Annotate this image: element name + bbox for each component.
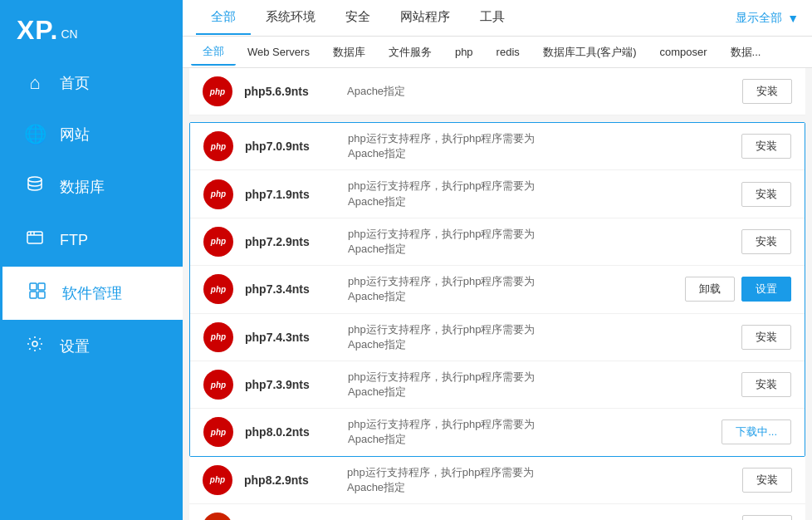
php-badge: php (203, 274, 233, 304)
sidebar-item-home[interactable]: ⌂ 首页 (0, 57, 183, 109)
install-button[interactable]: 安装 (742, 79, 792, 104)
subtab-all[interactable]: 全部 (191, 39, 236, 66)
show-all-label: 显示全部 (736, 11, 782, 26)
tab-all[interactable]: 全部 (196, 1, 251, 35)
install-button[interactable]: 安装 (741, 182, 791, 207)
package-name: php7.1.9nts (245, 188, 336, 201)
install-button[interactable]: 安装 (741, 229, 791, 254)
database-icon (23, 175, 46, 199)
package-name: php7.3.4nts (245, 282, 336, 296)
package-actions: 安装 (741, 325, 791, 350)
subtab-database[interactable]: 数据库 (321, 40, 377, 65)
list-item: Rit ali-3.0.584 数据库优先工具 安装 (189, 504, 805, 520)
sidebar-item-settings-label: 设置 (60, 336, 90, 356)
subtab-more[interactable]: 数据... (719, 40, 773, 65)
subtab-webservers[interactable]: Web Servers (236, 41, 321, 63)
subtab-db-tools[interactable]: 数据库工具(客户端) (531, 40, 648, 65)
list-item: php php7.0.9nts php运行支持程序，执行php程序需要为 Apa… (190, 123, 805, 170)
package-desc: php运行支持程序，执行php程序需要为 Apache指定 (347, 465, 731, 495)
install-button[interactable]: 安装 (741, 134, 791, 159)
sidebar-item-home-label: 首页 (60, 73, 90, 93)
subtab-php[interactable]: php (443, 41, 485, 63)
php-badge: php (203, 227, 233, 257)
package-name: php7.3.9nts (245, 378, 336, 391)
list-item: php php7.1.9nts php运行支持程序，执行php程序需要为 Apa… (190, 170, 805, 218)
subtab-redis[interactable]: redis (485, 41, 531, 63)
package-desc: php运行支持程序，执行php程序需要为 Apache指定 (348, 131, 730, 161)
svg-point-9 (32, 341, 37, 346)
install-button[interactable]: 安装 (742, 515, 792, 520)
install-button[interactable]: 安装 (741, 372, 791, 397)
download-button[interactable]: 下载中... (722, 419, 791, 444)
sidebar-item-website-label: 网站 (60, 125, 90, 145)
tab-system-env[interactable]: 系统环境 (251, 1, 330, 35)
globe-icon: 🌐 (23, 124, 46, 145)
package-actions: 安装 (742, 515, 792, 520)
sidebar-item-software-label: 软件管理 (62, 283, 122, 303)
subtab-composer[interactable]: composer (648, 41, 718, 63)
ftp-icon (23, 228, 46, 252)
package-actions: 下载中... (722, 419, 791, 444)
php-badge: php (203, 417, 233, 447)
package-list: php php5.6.9nts Apache指定 安装 php php7.0.9… (183, 68, 812, 520)
top-tabs: 全部 系统环境 安全 网站程序 工具 显示全部 ▼ (183, 0, 812, 37)
uninstall-button[interactable]: 卸载 (685, 277, 735, 302)
install-button[interactable]: 安装 (741, 325, 791, 350)
sidebar-item-ftp-label: FTP (60, 232, 88, 249)
sidebar-item-software[interactable]: 软件管理 (0, 267, 183, 320)
software-icon (26, 282, 49, 305)
svg-rect-8 (38, 292, 45, 298)
svg-rect-7 (30, 292, 37, 298)
package-actions: 卸载 设置 (685, 277, 791, 302)
svg-rect-1 (27, 232, 42, 243)
show-all-button[interactable]: 显示全部 ▼ (736, 11, 799, 26)
sidebar-item-website[interactable]: 🌐 网站 (0, 109, 183, 160)
list-item: php php5.6.9nts Apache指定 安装 (189, 68, 805, 115)
package-desc: Apache指定 (347, 84, 731, 99)
list-item: php php7.2.9nts php运行支持程序，执行php程序需要为 Apa… (190, 218, 805, 266)
settings-icon (23, 335, 46, 358)
subtab-fileservice[interactable]: 文件服务 (377, 40, 443, 65)
list-item: php php7.3.4nts php运行支持程序，执行php程序需要为 Apa… (190, 266, 805, 313)
sidebar-item-database[interactable]: 数据库 (0, 160, 183, 213)
tab-security[interactable]: 安全 (330, 1, 385, 35)
main-content: 全部 系统环境 安全 网站程序 工具 显示全部 ▼ 全部 Web Servers… (183, 0, 812, 520)
logo-cn: CN (61, 27, 77, 41)
install-button[interactable]: 安装 (742, 468, 792, 493)
sidebar-nav: ⌂ 首页 🌐 网站 数据库 (0, 57, 183, 520)
package-name: php8.0.2nts (245, 425, 336, 439)
list-item: php php8.0.2nts php运行支持程序，执行php程序需要为 Apa… (190, 409, 805, 455)
package-desc: php运行支持程序，执行php程序需要为 Apache指定 (348, 179, 730, 208)
package-name: php5.6.9nts (244, 85, 335, 98)
package-name: php7.0.9nts (245, 140, 336, 153)
package-desc: php运行支持程序，执行php程序需要为 Apache指定 (348, 274, 673, 304)
package-desc: php运行支持程序，执行php程序需要为 Apache指定 (348, 417, 710, 447)
php-badge: php (203, 131, 233, 161)
package-actions: 安装 (741, 134, 791, 159)
package-actions: 安装 (742, 79, 792, 104)
settings-button[interactable]: 设置 (741, 277, 791, 302)
bordered-package-section: php php7.0.9nts php运行支持程序，执行php程序需要为 Apa… (189, 122, 805, 457)
sidebar-item-database-label: 数据库 (60, 177, 105, 197)
tab-web-app[interactable]: 网站程序 (385, 1, 465, 35)
php-badge: php (203, 322, 233, 352)
php-badge: php (203, 465, 232, 495)
php-badge: php (203, 76, 232, 106)
package-actions: 安装 (741, 372, 791, 397)
sidebar-item-settings[interactable]: 设置 (0, 320, 183, 373)
sidebar-item-ftp[interactable]: FTP (0, 213, 183, 267)
package-actions: 安装 (741, 229, 791, 254)
package-name: php8.2.9nts (244, 473, 335, 487)
package-actions: 安装 (742, 468, 792, 493)
list-item: php php7.4.3nts php运行支持程序，执行php程序需要为 Apa… (190, 314, 805, 361)
list-item: php php8.2.9nts php运行支持程序，执行php程序需要为 Apa… (189, 457, 805, 504)
svg-rect-6 (38, 283, 45, 290)
package-actions: 安装 (741, 182, 791, 207)
chevron-down-icon: ▼ (787, 12, 799, 25)
svg-rect-5 (30, 283, 37, 290)
tab-tools[interactable]: 工具 (465, 1, 520, 35)
logo-area: XP. CN (0, 0, 183, 57)
package-desc: php运行支持程序，执行php程序需要为 Apache指定 (348, 227, 730, 257)
sidebar: XP. CN ⌂ 首页 🌐 网站 数据库 (0, 0, 183, 520)
logo-text: XP. (17, 15, 58, 46)
